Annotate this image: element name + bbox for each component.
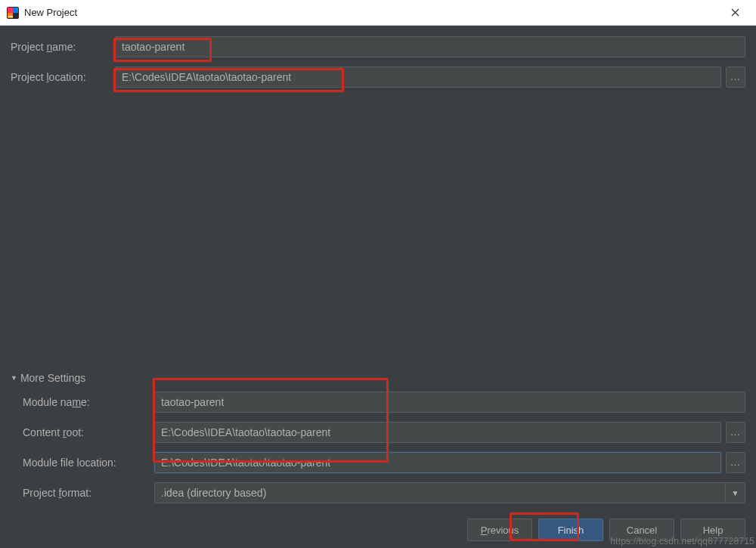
content-root-label: Content root:	[11, 426, 154, 438]
svg-rect-3	[8, 13, 13, 18]
project-name-label: Project name:	[11, 41, 115, 53]
module-file-location-label: Module file location:	[11, 457, 154, 469]
module-name-input[interactable]	[154, 392, 745, 413]
intellij-icon	[6, 6, 20, 20]
browse-module-file-location-button[interactable]: ...	[726, 452, 745, 473]
close-button[interactable]	[720, 0, 750, 25]
more-settings-toggle[interactable]: ▼ More Settings	[11, 372, 745, 384]
more-settings-label: More Settings	[20, 372, 85, 384]
previous-button[interactable]: Previous	[467, 519, 532, 541]
svg-rect-2	[13, 8, 18, 13]
content-root-input[interactable]	[154, 422, 721, 443]
watermark-text: https://blog.csdn.net/qq877728715	[610, 536, 754, 546]
dialog-content: Project name: Project location: ... ▼ Mo…	[0, 26, 756, 512]
svg-rect-4	[8, 16, 13, 17]
svg-rect-1	[8, 8, 13, 13]
titlebar: New Project	[0, 0, 756, 26]
project-location-input[interactable]	[115, 67, 721, 88]
module-file-location-input[interactable]	[154, 452, 721, 473]
chevron-down-icon: ▼	[11, 374, 17, 382]
chevron-down-icon: ▼	[725, 483, 745, 503]
project-format-select[interactable]: .idea (directory based) ▼	[154, 482, 745, 503]
window-title: New Project	[24, 7, 720, 18]
project-location-label: Project location:	[11, 71, 115, 83]
project-format-value: .idea (directory based)	[161, 487, 266, 499]
project-format-label: Project format:	[11, 487, 154, 499]
module-name-label: Module name:	[11, 396, 154, 408]
browse-content-root-button[interactable]: ...	[726, 422, 745, 443]
project-name-input[interactable]	[115, 36, 745, 57]
finish-button[interactable]: Finish	[538, 519, 603, 541]
browse-project-location-button[interactable]: ...	[726, 67, 745, 88]
